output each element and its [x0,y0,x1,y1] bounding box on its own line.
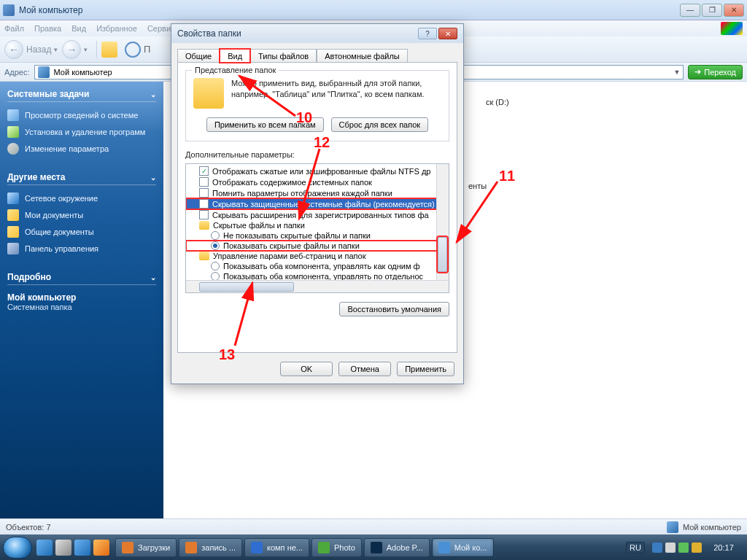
svg-line-1 [457,182,498,242]
language-indicator[interactable]: RU [626,542,645,553]
taskbar-item[interactable]: Adobe P... [364,538,430,557]
svg-line-3 [235,283,252,346]
app-icon [185,542,197,553]
tray-icon[interactable] [652,542,662,553]
svg-line-2 [299,149,320,219]
app-icon [438,542,450,553]
tray-icon[interactable] [678,542,689,553]
ql-icon[interactable] [55,540,71,556]
taskbar-item[interactable]: Загрузки [115,538,177,557]
ql-firefox-icon[interactable] [93,540,109,556]
taskbar-item-label: Adobe P... [387,543,423,552]
tray-volume-icon[interactable] [692,542,702,553]
taskbar-item[interactable]: Photo [311,538,362,557]
taskbar-item[interactable]: комп не... [244,538,309,557]
taskbar-item-label: Мой ко... [454,543,487,552]
app-icon [251,542,263,553]
svg-line-0 [239,76,295,116]
ql-ie-icon[interactable] [74,540,90,556]
systray: RU 20:17 [620,542,744,553]
taskbar-item-label: комп не... [267,543,303,552]
quicklaunch [36,540,109,556]
app-icon [318,542,330,553]
taskbar-item-label: Загрузки [138,543,170,552]
start-button[interactable] [3,537,32,559]
tray-icon[interactable] [665,542,676,553]
app-icon [371,542,382,553]
taskbar: Загрузкизапись ...комп не...PhotoAdobe P… [0,534,747,560]
taskbar-item-label: запись ... [201,543,236,552]
app-icon [122,542,133,553]
taskbar-item[interactable]: Мой ко... [432,538,494,557]
ql-desktop-icon[interactable] [36,540,53,556]
taskbar-item-label: Photo [334,543,355,552]
clock[interactable]: 20:17 [709,543,738,552]
annotation-arrows [0,0,747,560]
taskbar-item[interactable]: запись ... [179,538,242,557]
tab-view[interactable]: Вид [220,49,250,63]
